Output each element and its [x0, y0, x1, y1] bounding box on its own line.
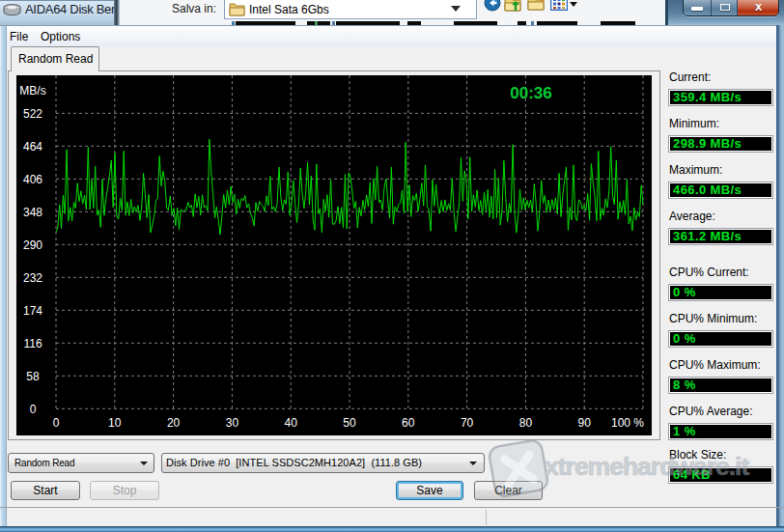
svg-text:70: 70: [461, 416, 474, 430]
svg-text:10: 10: [108, 416, 122, 430]
svg-text:348: 348: [23, 206, 42, 219]
svg-text:40: 40: [285, 416, 298, 430]
svg-text:30: 30: [226, 416, 239, 430]
svg-text:90: 90: [578, 416, 592, 430]
svg-text:MB/s: MB/s: [19, 84, 45, 98]
svg-text:174: 174: [23, 304, 42, 318]
svg-text:58: 58: [26, 370, 40, 383]
svg-text:50: 50: [343, 416, 356, 430]
svg-text:464: 464: [23, 140, 42, 154]
svg-text:406: 406: [23, 173, 42, 186]
svg-text:60: 60: [402, 416, 415, 430]
svg-text:290: 290: [23, 238, 42, 252]
svg-text:20: 20: [167, 416, 181, 430]
svg-text:116: 116: [23, 337, 42, 350]
svg-text:522: 522: [23, 107, 42, 121]
svg-text:232: 232: [23, 271, 42, 285]
svg-text:100 %: 100 %: [611, 416, 644, 430]
svg-text:0: 0: [30, 403, 37, 416]
svg-text:80: 80: [519, 416, 533, 430]
svg-text:0: 0: [53, 416, 60, 430]
svg-text:xtremehardware.it: xtremehardware.it: [545, 452, 749, 481]
svg-text:00:36: 00:36: [510, 84, 551, 102]
